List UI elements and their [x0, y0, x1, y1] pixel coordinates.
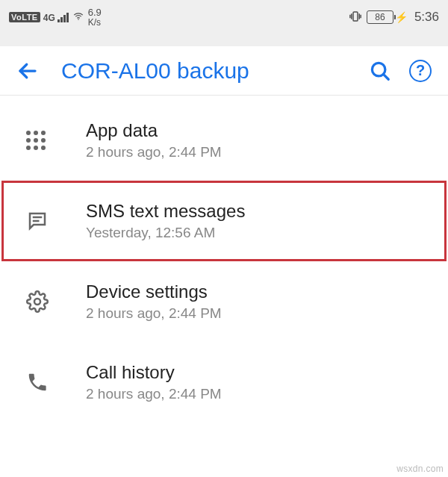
item-subtitle: 2 hours ago, 2:44 PM — [86, 305, 222, 322]
status-bar: VoLTE 4G 6.9 K/s 86 — [0, 0, 448, 34]
item-subtitle: 2 hours ago, 2:44 PM — [86, 144, 222, 160]
item-title: Device settings — [86, 281, 222, 302]
apps-icon — [16, 131, 78, 150]
svg-point-7 — [34, 299, 40, 305]
clock: 5:36 — [414, 10, 439, 25]
arrow-left-icon — [16, 60, 39, 82]
speed-unit: K/s — [88, 17, 101, 28]
wifi-icon — [72, 11, 85, 24]
speed-value: 6.9 — [88, 7, 102, 18]
svg-rect-1 — [353, 12, 358, 21]
svg-line-4 — [383, 74, 388, 79]
network-speed: 6.9 K/s — [88, 7, 102, 27]
status-right: 86 ⚡ 5:36 — [349, 10, 439, 25]
svg-point-0 — [78, 19, 79, 20]
signal-bars-icon — [57, 12, 69, 22]
sms-icon — [16, 210, 78, 232]
search-button[interactable] — [363, 54, 397, 88]
volte-badge: VoLTE — [9, 12, 40, 22]
vibrate-icon — [349, 10, 362, 25]
item-title: App data — [86, 120, 222, 141]
charging-icon: ⚡ — [395, 11, 408, 23]
list-item-device-settings[interactable]: Device settings 2 hours ago, 2:44 PM — [0, 261, 448, 342]
battery-percent: 86 — [367, 10, 393, 24]
search-icon — [369, 60, 391, 82]
page-title: COR-AL00 backup — [51, 58, 357, 84]
help-icon: ? — [409, 60, 432, 82]
list-item-sms[interactable]: SMS text messages Yesterday, 12:56 AM — [1, 181, 447, 261]
list-item-app-data[interactable]: App data 2 hours ago, 2:44 PM — [0, 100, 448, 181]
phone-icon — [16, 371, 78, 393]
item-title: SMS text messages — [86, 201, 245, 222]
network-type: 4G — [43, 13, 55, 22]
item-subtitle: 2 hours ago, 2:44 PM — [86, 386, 222, 402]
backup-category-list: App data 2 hours ago, 2:44 PM SMS text m… — [0, 96, 448, 423]
watermark: wsxdn.com — [396, 464, 444, 474]
back-button[interactable] — [10, 54, 45, 88]
item-title: Call history — [86, 362, 222, 383]
status-left: VoLTE 4G 6.9 K/s — [9, 7, 102, 27]
item-subtitle: Yesterday, 12:56 AM — [86, 225, 245, 241]
app-bar: COR-AL00 backup ? — [0, 46, 448, 96]
app-bar-gap — [0, 34, 448, 46]
gear-icon — [16, 290, 78, 313]
help-button[interactable]: ? — [403, 54, 438, 88]
signal-indicator: 4G — [43, 12, 69, 22]
list-item-call-history[interactable]: Call history 2 hours ago, 2:44 PM — [0, 342, 448, 423]
battery-indicator: 86 ⚡ — [367, 10, 408, 24]
